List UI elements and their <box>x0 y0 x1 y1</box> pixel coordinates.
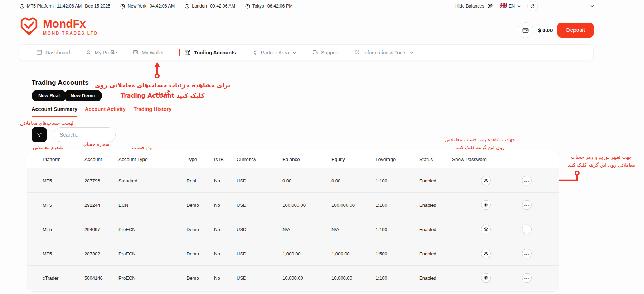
tools-icon <box>354 49 360 55</box>
search-input[interactable] <box>54 127 116 142</box>
account-actions-button[interactable]: ... <box>522 249 532 258</box>
clock-icon <box>245 4 250 9</box>
wallet-balance: $ 0.00 <box>538 27 553 33</box>
top-utility-bar: MT5 Platform 11:42:06 AM Dec 15 2025 New… <box>0 0 644 12</box>
nav-item-my-profile[interactable]: My Profile <box>86 49 117 55</box>
account-actions-button[interactable]: ... <box>522 273 532 283</box>
tab-account-activity[interactable]: Account Activity <box>85 106 126 112</box>
cell-is_ib: No <box>214 202 220 207</box>
cell-type: Real <box>187 178 196 183</box>
account-actions-button[interactable]: ... <box>522 200 532 210</box>
nav-item-my-wallet[interactable]: My Wallet <box>132 49 164 55</box>
clock-mt5-platform: MT5 Platform 11:42:06 AM Dec 15 2025 <box>20 4 110 9</box>
clock-label: New York <box>127 4 146 9</box>
table-header-row: PlatformAccountAccount TypeTypeIs IBCurr… <box>27 150 559 168</box>
partner-network-icon <box>251 49 257 55</box>
show-password-button[interactable] <box>481 224 491 234</box>
main-nav: Dashboard My Profile My Wallet Trading A… <box>19 44 594 60</box>
nav-item-dashboard[interactable]: Dashboard <box>36 49 70 55</box>
table-row: MT5292244ECNDemoNoUSD100,000.00100,000.0… <box>27 193 559 217</box>
cell-account: 287302 <box>84 251 100 256</box>
nav-label: Dashboard <box>45 50 70 55</box>
ellipsis-icon: ... <box>524 275 529 280</box>
nav-item-information-tools[interactable]: Information & Tools <box>354 49 414 55</box>
account-actions-button[interactable]: ... <box>522 224 532 234</box>
column-header: Status <box>419 156 433 162</box>
cell-leverage: 1:100 <box>376 275 387 281</box>
account-menu-chevron[interactable] <box>590 5 594 8</box>
clock-icon <box>20 4 24 9</box>
world-clocks: MT5 Platform 11:42:06 AM Dec 15 2025 New… <box>20 4 293 9</box>
nav-label: Trading Accounts <box>194 50 236 55</box>
cell-status: Enabled <box>419 202 436 207</box>
clock-new-york: New York 04:42:06 AM <box>120 4 175 9</box>
brand-logo[interactable]: MondFx MOND TRADES LTD <box>19 16 98 38</box>
cell-equity: 100,000.00 <box>331 202 355 207</box>
new-real-button[interactable]: New Real <box>32 90 67 101</box>
wallet-icon <box>132 49 139 55</box>
table-body: MT5287796StandardRealNoUSD0.000.001:100E… <box>27 168 559 290</box>
clock-label: Tokyo <box>252 4 264 9</box>
cell-leverage: 1:100 <box>376 226 387 232</box>
cell-account: 287796 <box>84 178 100 183</box>
tabs-divider <box>32 117 583 117</box>
annotation-actions-hint-line1: جهت تغییر لوریج و رمز حساب <box>560 154 643 160</box>
language-selector[interactable]: EN <box>500 3 521 9</box>
clock-date: Dec 15 2025 <box>85 4 110 9</box>
account-actions-button[interactable]: ... <box>522 176 532 185</box>
cell-account_type: ProECN <box>118 226 136 232</box>
ellipsis-icon: ... <box>524 177 529 182</box>
table-row: cTrader5004146ProECNDemoNoUSD10,000.0010… <box>27 266 559 290</box>
support-chat-icon <box>312 49 318 55</box>
eye-icon <box>483 275 489 281</box>
wallet-balance-button[interactable] <box>518 22 533 38</box>
cell-equity: 1,000.00 <box>331 251 350 256</box>
cell-balance: 0.00 <box>282 178 291 183</box>
cell-platform: MT5 <box>43 251 52 256</box>
page-bottom-divider <box>19 293 625 293</box>
ellipsis-icon: ... <box>524 250 529 255</box>
clock-time: 06:42:06 PM <box>267 4 293 9</box>
table-row: MT5287302ProECNDemoNoUSD1,000.001,000.00… <box>27 241 559 266</box>
deposit-button[interactable]: Deposit <box>557 23 594 38</box>
cell-leverage: 1:100 <box>376 178 387 183</box>
nav-item-support[interactable]: Support <box>312 49 339 55</box>
annotation-nav-hint-line2: Trading Account کلیک کنید <box>90 92 235 100</box>
wallet-icon <box>522 26 529 34</box>
show-password-button[interactable] <box>481 249 491 258</box>
hide-balances-toggle[interactable]: Hide Balances <box>455 3 493 10</box>
nav-label: My Wallet <box>142 50 164 55</box>
cell-currency: USD <box>237 275 246 281</box>
column-header: Leverage <box>376 156 396 162</box>
user-icon <box>530 3 536 9</box>
brand-name: MondFx <box>43 18 98 29</box>
filter-button[interactable] <box>32 127 47 142</box>
cell-account_type: Standard <box>118 178 137 183</box>
show-password-button[interactable] <box>481 200 491 210</box>
clock-time: 09:42:06 AM <box>210 4 235 9</box>
column-header: Is IB <box>214 156 224 162</box>
cell-account_type: ProECN <box>118 251 136 256</box>
chevron-down-icon <box>517 5 521 8</box>
cell-balance: 100,000.00 <box>282 202 306 207</box>
column-header: Account <box>84 156 102 162</box>
table-row: MT5287796StandardRealNoUSD0.000.001:100E… <box>27 168 559 193</box>
tab-account-summary[interactable]: Account Summary <box>32 106 77 112</box>
clock-tokyo: Tokyo 06:42:06 PM <box>245 4 293 9</box>
column-header: Show Password <box>452 156 487 162</box>
cell-equity: 10,000.00 <box>331 275 352 281</box>
cell-account: 294097 <box>84 226 100 232</box>
user-avatar-button[interactable] <box>527 1 538 11</box>
tab-trading-history[interactable]: Trading History <box>134 106 171 112</box>
cell-is_ib: No <box>214 251 220 256</box>
show-password-button[interactable] <box>481 273 491 283</box>
active-nav-indicator <box>179 49 180 56</box>
show-password-button[interactable] <box>481 176 491 185</box>
nav-item-partner-area[interactable]: Partner Area <box>251 49 296 55</box>
nav-label: Partner Area <box>261 50 289 55</box>
nav-item-trading-accounts[interactable]: Trading Accounts <box>184 49 236 56</box>
clock-icon <box>120 4 125 9</box>
cell-account: 5004146 <box>84 275 103 281</box>
cell-currency: USD <box>237 178 246 183</box>
column-header: Account Type <box>118 156 148 162</box>
